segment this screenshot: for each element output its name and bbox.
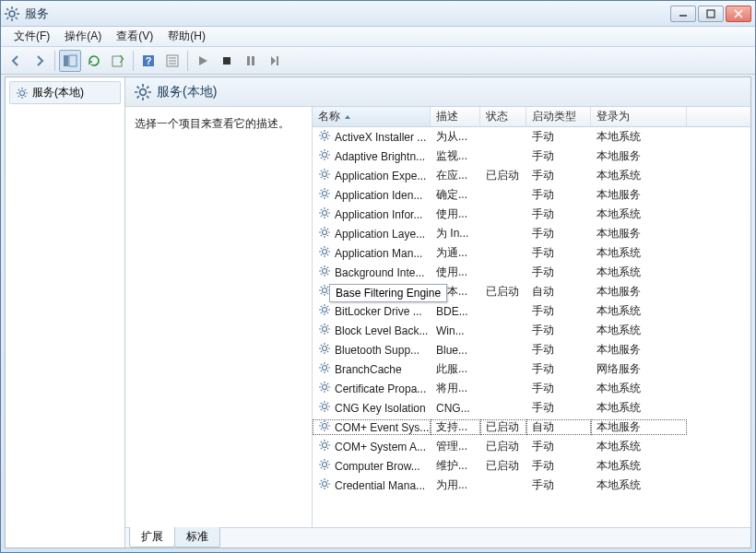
table-row[interactable]: Application Infor...使用...手动本地系统	[313, 205, 750, 224]
table-row[interactable]: Application Man...为通...手动本地系统	[313, 243, 750, 263]
show-tree-button[interactable]	[59, 50, 81, 72]
service-list[interactable]: ActiveX Installer ...为从...手动本地系统Adaptive…	[313, 127, 750, 527]
cell-desc: 管理...	[431, 439, 480, 454]
table-row[interactable]: Computer Brow...维护...已启动手动本地系统	[313, 456, 750, 476]
table-row[interactable]: COM+ Event Sys...支持...已启动自动本地服务	[313, 418, 750, 437]
cell-name: Base Filtering En...	[313, 284, 431, 300]
col-status[interactable]: 状态	[480, 107, 526, 126]
table-row[interactable]: Certificate Propa...将用...手动本地系统	[313, 379, 750, 398]
gear-icon	[318, 168, 331, 183]
minimize-button[interactable]	[670, 6, 696, 22]
cell-start: 手动	[526, 400, 591, 416]
table-row[interactable]: Background Inte...使用...手动本地系统	[313, 263, 750, 282]
table-row[interactable]: Application Iden...确定...手动本地服务	[313, 185, 750, 205]
svg-rect-15	[277, 56, 278, 65]
cell-start: 手动	[526, 342, 591, 358]
svg-rect-2	[707, 10, 715, 18]
table-row[interactable]: BranchCache此服...手动网络服务	[313, 359, 750, 379]
cell-logon: 本地系统	[591, 129, 687, 145]
pause-service-button[interactable]	[240, 50, 262, 72]
table-row[interactable]: COM+ System A...管理...已启动手动本地系统	[313, 437, 750, 456]
cell-logon: 本地系统	[591, 265, 687, 280]
gear-icon	[318, 419, 331, 435]
svg-point-27	[323, 308, 327, 312]
table-row[interactable]: Base Filtering En...基本...已启动自动本地服务	[313, 282, 750, 301]
cell-desc: 使用...	[431, 265, 480, 280]
menu-file[interactable]: 文件(F)	[6, 27, 57, 46]
svg-point-26	[323, 288, 327, 293]
cell-logon: 本地系统	[591, 439, 687, 454]
svg-point-19	[323, 153, 327, 158]
gear-icon	[318, 400, 331, 416]
cell-desc: BDE...	[431, 305, 480, 318]
menu-action[interactable]: 操作(A)	[57, 27, 109, 46]
table-row[interactable]: ActiveX Installer ...为从...手动本地系统	[313, 127, 750, 147]
window-title: 服务	[25, 6, 670, 22]
cell-start: 手动	[526, 458, 591, 474]
cell-desc: 为从...	[431, 129, 480, 145]
svg-point-18	[323, 134, 327, 138]
cell-desc: 在应...	[431, 168, 480, 183]
table-row[interactable]: Credential Mana...为用...手动本地系统	[313, 476, 750, 495]
cell-desc: Win...	[431, 324, 480, 337]
col-start[interactable]: 启动类型	[526, 107, 591, 126]
table-row[interactable]: Block Level Back...Win...手动本地系统	[313, 321, 750, 340]
main-header: 服务(本地)	[125, 77, 750, 107]
table-row[interactable]: Application Expe...在应...已启动手动本地系统	[313, 166, 750, 185]
table-row[interactable]: CNG Key IsolationCNG...手动本地系统	[313, 398, 750, 418]
content: 选择一个项目来查看它的描述。 名称 描述 状态 启动类型 登录为 ActiveX…	[125, 107, 750, 527]
gear-icon	[318, 303, 331, 319]
menu-view[interactable]: 查看(V)	[109, 27, 160, 46]
svg-point-25	[323, 269, 327, 274]
cell-start: 手动	[526, 323, 591, 338]
svg-point-22	[323, 211, 327, 216]
col-name[interactable]: 名称	[313, 107, 431, 126]
gear-icon	[318, 265, 331, 280]
close-button[interactable]	[726, 6, 751, 22]
menu-help[interactable]: 帮助(H)	[160, 27, 213, 46]
svg-point-36	[323, 482, 327, 487]
cell-start: 手动	[526, 265, 591, 280]
properties-button[interactable]	[161, 50, 183, 72]
tab-standard[interactable]: 标准	[174, 527, 220, 547]
tab-extended[interactable]: 扩展	[129, 527, 175, 547]
gear-icon	[318, 245, 331, 261]
start-service-button[interactable]	[192, 50, 214, 72]
toolbar: ?	[1, 47, 755, 75]
svg-point-0	[9, 11, 15, 17]
cell-start: 手动	[526, 361, 591, 377]
svg-point-24	[323, 250, 327, 254]
svg-rect-3	[64, 55, 68, 66]
export-button[interactable]	[107, 50, 129, 72]
maximize-button[interactable]	[698, 6, 724, 22]
col-desc[interactable]: 描述	[431, 107, 480, 126]
svg-point-31	[323, 385, 327, 390]
table-row[interactable]: Adaptive Brightn...监视...手动本地服务	[313, 147, 750, 166]
gear-icon	[318, 148, 331, 164]
cell-logon: 本地系统	[591, 245, 687, 261]
cell-desc: 为用...	[431, 477, 480, 493]
forward-button[interactable]	[29, 50, 51, 72]
cell-start: 手动	[526, 206, 591, 222]
table-row[interactable]: Application Laye...为 In...手动本地服务	[313, 224, 750, 243]
gear-icon	[318, 284, 331, 300]
cell-name: Background Inte...	[313, 265, 431, 280]
refresh-button[interactable]	[83, 50, 105, 72]
cell-start: 手动	[526, 226, 591, 241]
back-button[interactable]	[5, 50, 27, 72]
tree-root[interactable]: 服务(本地)	[9, 81, 121, 104]
restart-service-button[interactable]	[264, 50, 286, 72]
cell-start: 手动	[526, 381, 591, 396]
cell-start: 自动	[526, 284, 591, 300]
svg-point-17	[140, 88, 147, 95]
cell-name: COM+ System A...	[313, 439, 431, 454]
table-row[interactable]: BitLocker Drive ...BDE...手动本地系统	[313, 301, 750, 321]
stop-service-button[interactable]	[216, 50, 238, 72]
col-logon[interactable]: 登录为	[591, 107, 687, 126]
svg-point-23	[323, 230, 327, 235]
table-row[interactable]: Bluetooth Supp...Blue...手动本地服务	[313, 340, 750, 359]
gear-icon	[318, 381, 331, 396]
titlebar[interactable]: 服务	[1, 1, 755, 27]
help-button[interactable]: ?	[137, 50, 159, 72]
cell-desc: Blue...	[431, 344, 480, 357]
